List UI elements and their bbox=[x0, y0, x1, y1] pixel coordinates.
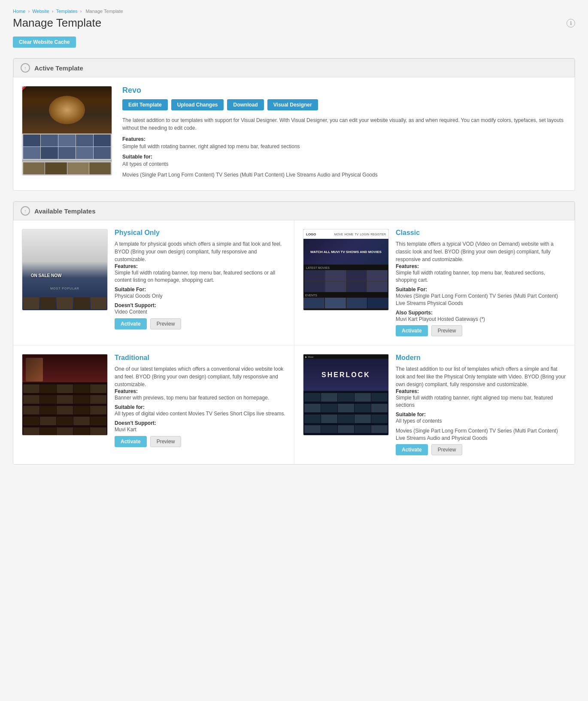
traditional-thumbnail bbox=[22, 354, 108, 436]
classic-activate-button[interactable]: Activate bbox=[396, 325, 428, 336]
traditional-name: Traditional bbox=[115, 354, 285, 362]
suitable-label: Suitable for: bbox=[122, 154, 566, 160]
breadcrumb-website[interactable]: Website bbox=[32, 9, 49, 14]
active-template-title: Active Template bbox=[34, 64, 83, 72]
revo-features: Features: Simple full width rotating ban… bbox=[122, 136, 566, 178]
upload-icon: ↑ bbox=[21, 63, 30, 73]
classic-info: Classic This template offers a typical V… bbox=[396, 229, 566, 336]
breadcrumb: Home › Website › Templates › Manage Temp… bbox=[13, 9, 575, 14]
features-text: Simple full width rotating banner, right… bbox=[122, 143, 566, 150]
active-template-card: Visual Designer bbox=[22, 86, 566, 182]
revo-actions: Edit Template Upload Changes Download Vi… bbox=[122, 99, 566, 110]
physical-actions: Activate Preview bbox=[115, 318, 285, 329]
template-row-2: Traditional One of our latest templates … bbox=[13, 345, 575, 464]
available-templates-title: Available Templates bbox=[34, 207, 96, 215]
suitable-text: All types of contents bbox=[122, 161, 566, 168]
traditional-activate-button[interactable]: Activate bbox=[115, 436, 147, 447]
physical-activate-button[interactable]: Activate bbox=[115, 318, 147, 329]
modern-desc: The latest addition to our list of templ… bbox=[396, 365, 566, 388]
breadcrumb-current: Manage Template bbox=[85, 9, 123, 14]
active-template-header: ↑ Active Template bbox=[13, 58, 575, 77]
traditional-preview-button[interactable]: Preview bbox=[150, 436, 182, 447]
modern-name: Modern bbox=[396, 354, 566, 362]
classic-card: LOGO MOVE HOME TV LOGIN REGISTER WATCH A… bbox=[294, 220, 575, 345]
breadcrumb-templates[interactable]: Templates bbox=[56, 9, 77, 14]
revo-name: Revo bbox=[122, 86, 566, 95]
template-row-1: ON SALE NOW MOST POPULAR Physical Only A… bbox=[13, 220, 575, 345]
physical-thumbnail: ON SALE NOW MOST POPULAR bbox=[22, 229, 108, 311]
download-button[interactable]: Download bbox=[227, 99, 264, 110]
traditional-features: Features: Banner with previews, top menu… bbox=[115, 388, 285, 433]
modern-card: ▶ Muvi SHERLOCK bbox=[294, 345, 575, 464]
available-templates-section: ↑ Available Templates ON SALE NOW MOST P… bbox=[13, 201, 575, 465]
modern-thumbnail: ▶ Muvi SHERLOCK bbox=[303, 354, 389, 436]
traditional-actions: Activate Preview bbox=[115, 436, 285, 447]
edit-template-button[interactable]: Edit Template bbox=[122, 99, 168, 110]
page-title: Manage Template bbox=[13, 16, 101, 30]
revo-description: The latest addition to our templates wit… bbox=[122, 116, 566, 132]
available-upload-icon: ↑ bbox=[21, 206, 30, 216]
physical-name: Physical Only bbox=[115, 229, 285, 237]
active-template-section: ↑ Active Template Visual Designer bbox=[13, 58, 575, 191]
modern-actions: Activate Preview bbox=[396, 444, 566, 455]
physical-info: Physical Only A template for physical go… bbox=[115, 229, 285, 329]
modern-features: Features: Simple full width rotating ban… bbox=[396, 388, 566, 442]
classic-preview-button[interactable]: Preview bbox=[431, 325, 463, 336]
modern-preview-button[interactable]: Preview bbox=[431, 444, 463, 455]
traditional-info: Traditional One of our latest templates … bbox=[115, 354, 285, 447]
clear-cache-button[interactable]: Clear Website Cache bbox=[13, 37, 76, 48]
physical-preview-button[interactable]: Preview bbox=[150, 318, 182, 329]
available-templates-header: ↑ Available Templates bbox=[13, 201, 575, 220]
physical-features: Features: Simple full width rotating ban… bbox=[115, 263, 285, 315]
features-label: Features: bbox=[122, 136, 566, 142]
info-icon[interactable]: ℹ bbox=[567, 19, 575, 27]
modern-info: Modern The latest addition to our list o… bbox=[396, 354, 566, 455]
physical-desc: A template for physical goods which offe… bbox=[115, 240, 285, 263]
breadcrumb-home[interactable]: Home bbox=[13, 9, 25, 14]
traditional-card: Traditional One of our latest templates … bbox=[13, 345, 294, 464]
visual-designer-button[interactable]: Visual Designer bbox=[267, 99, 318, 110]
traditional-desc: One of our latest templates which offers… bbox=[115, 365, 285, 388]
classic-desc: This template offers a typical VOD (Vide… bbox=[396, 240, 566, 263]
physical-card: ON SALE NOW MOST POPULAR Physical Only A… bbox=[13, 220, 294, 345]
revo-info: Revo Edit Template Upload Changes Downlo… bbox=[122, 86, 566, 182]
modern-activate-button[interactable]: Activate bbox=[396, 444, 428, 455]
classic-thumbnail: LOGO MOVE HOME TV LOGIN REGISTER WATCH A… bbox=[303, 229, 389, 311]
classic-name: Classic bbox=[396, 229, 566, 237]
revo-thumbnail: Visual Designer bbox=[22, 86, 112, 176]
classic-actions: Activate Preview bbox=[396, 325, 566, 336]
classic-features: Features: Simple full width rotating ban… bbox=[396, 263, 566, 323]
upload-changes-button[interactable]: Upload Changes bbox=[171, 99, 224, 110]
supports-text: Movies (Single Part Long Form Content) T… bbox=[122, 171, 566, 179]
